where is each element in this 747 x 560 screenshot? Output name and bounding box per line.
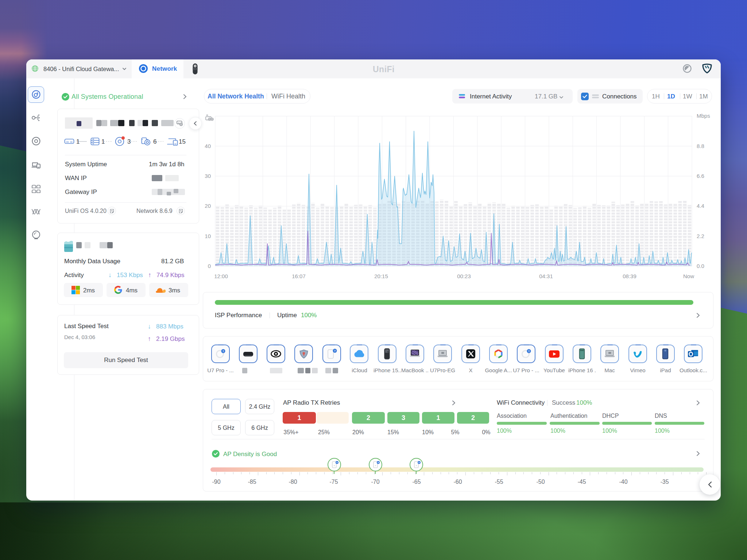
svg-text:?: ? (222, 350, 224, 353)
svg-text:20: 20 (205, 203, 211, 209)
svg-text:30: 30 (205, 173, 211, 179)
svg-text:?: ? (334, 349, 336, 353)
svg-text:04:31: 04:31 (539, 273, 553, 279)
svg-text:8.8: 8.8 (697, 143, 704, 149)
svg-text:6.6: 6.6 (697, 173, 704, 179)
svg-text:?: ? (528, 350, 530, 353)
svg-text:0: 0 (208, 263, 211, 269)
svg-text:Mbps: Mbps (697, 113, 710, 119)
svg-text:0.0: 0.0 (697, 263, 704, 269)
svg-text:Now: Now (683, 273, 694, 279)
svg-text:40: 40 (205, 143, 211, 149)
svg-text:12:00: 12:00 (214, 273, 228, 279)
svg-text:08:39: 08:39 (623, 273, 636, 279)
svg-text:4.4: 4.4 (697, 203, 704, 209)
svg-text:00:23: 00:23 (457, 273, 471, 279)
svg-text:2.2: 2.2 (697, 233, 704, 239)
svg-text:10: 10 (205, 233, 211, 239)
svg-text:16:07: 16:07 (292, 273, 306, 279)
svg-text:20:15: 20:15 (374, 273, 388, 279)
